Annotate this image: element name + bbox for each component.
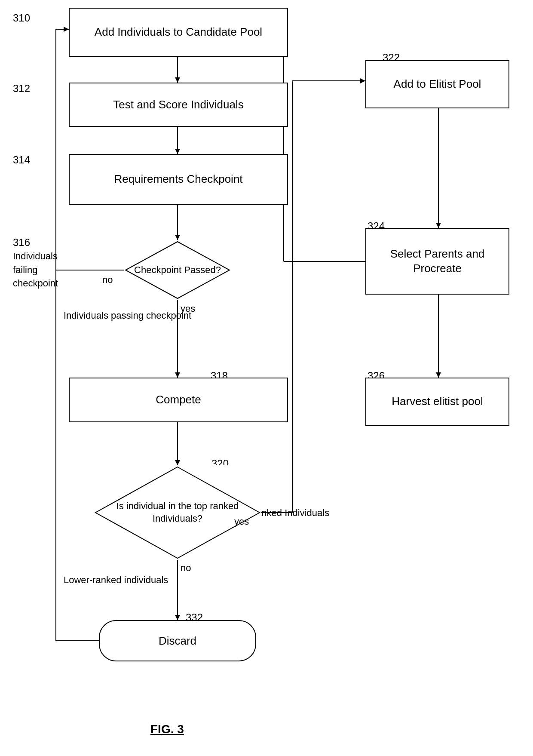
svg-marker-23 — [436, 223, 441, 228]
requirements-checkpoint-box: Requirements Checkpoint — [69, 154, 288, 205]
yes-checkpoint-label: yes — [181, 303, 195, 314]
svg-marker-19 — [175, 615, 180, 620]
flowchart-diagram: 310 Add Individuals to Candidate Pool 31… — [0, 0, 533, 756]
no-checkpoint-label: no — [102, 274, 113, 286]
svg-marker-3 — [175, 149, 180, 154]
add-individuals-box: Add Individuals to Candidate Pool — [69, 8, 288, 57]
svg-marker-11 — [64, 27, 69, 32]
ref-312: 312 — [13, 83, 30, 95]
svg-marker-13 — [175, 460, 180, 465]
top-ranked-diamond: Is individual in the top ranked Individu… — [94, 465, 261, 560]
discard-box: Discard — [99, 620, 256, 661]
ref-316-label: 316 Individuals failing checkpoint — [13, 236, 82, 290]
svg-marker-29 — [436, 372, 441, 378]
svg-marker-17 — [360, 78, 365, 83]
no-top-label: no — [181, 562, 191, 574]
svg-marker-7 — [175, 372, 180, 378]
ref-314: 314 — [13, 154, 30, 166]
add-elitist-box: Add to Elitist Pool — [365, 60, 509, 108]
ref-310: 310 — [13, 12, 30, 24]
compete-box: Compete — [69, 378, 288, 422]
lower-ranked-label: Lower-ranked individuals — [64, 574, 168, 587]
individuals-passing-label: Individuals passing checkpoint — [64, 310, 191, 322]
test-score-box: Test and Score Individuals — [69, 83, 288, 127]
figure-label: FIG. 3 — [150, 722, 184, 736]
svg-marker-5 — [175, 235, 180, 240]
harvest-box: Harvest elitist pool — [365, 378, 509, 426]
svg-marker-1 — [175, 77, 180, 83]
select-parents-box: Select Parents and Procreate — [365, 228, 509, 295]
checkpoint-passed-diamond: Checkpoint Passed? — [124, 240, 231, 300]
